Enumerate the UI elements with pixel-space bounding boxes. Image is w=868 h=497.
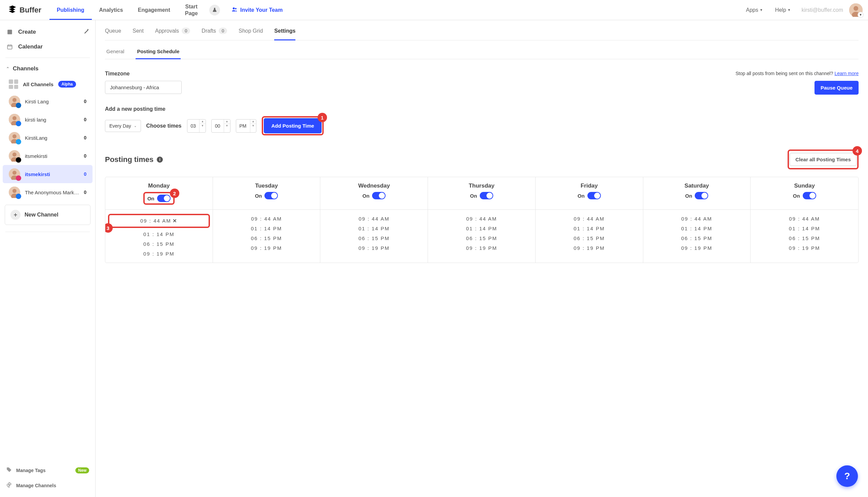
info-icon[interactable]: i (157, 157, 163, 162)
day-toggle[interactable] (587, 192, 601, 199)
time-slot[interactable]: 09 : 44 AM (538, 214, 640, 224)
down-arrow-icon[interactable]: ▼ (200, 124, 206, 128)
up-arrow-icon[interactable]: ▲ (224, 119, 230, 124)
channel-item[interactable]: Kirsti Lang 0 (3, 92, 92, 111)
time-slot[interactable]: 09 : 19 PM (538, 243, 640, 253)
tab-drafts[interactable]: Drafts0 (202, 28, 227, 40)
channel-avatar (9, 168, 20, 180)
time-slot[interactable]: 09 : 19 PM (431, 243, 533, 253)
time-slot[interactable]: 01 : 14 PM (431, 224, 533, 233)
channel-count: 0 (84, 171, 87, 177)
day-times: 09 : 44 AM01 : 14 PM06 : 15 PM09 : 19 PM (213, 210, 321, 262)
minute-input[interactable]: 00▲▼ (211, 119, 231, 133)
time-slot[interactable]: 09 : 19 PM (323, 243, 425, 253)
time-slot[interactable]: 09 : 19 PM (753, 243, 856, 253)
time-slot[interactable]: 09 : 19 PM (646, 243, 748, 253)
tab-settings[interactable]: Settings (274, 28, 295, 40)
time-slot[interactable]: 06 : 15 PM (431, 233, 533, 243)
user-avatar[interactable]: ▼ (849, 3, 863, 17)
sidebar: Create Calendar ⌃ Channels All Channels … (0, 20, 95, 497)
channel-item[interactable]: itsmekirsti 0 (3, 165, 92, 183)
nav-start-page[interactable]: Start Page (178, 0, 205, 20)
time-slot[interactable]: 06 : 15 PM (753, 233, 856, 243)
time-slot[interactable]: 09 : 44 AM (323, 214, 425, 224)
time-slot[interactable]: 06 : 15 PM (216, 233, 318, 243)
svg-point-1 (235, 8, 236, 10)
time-slot[interactable]: 06 : 15 PM (108, 239, 210, 249)
tab-sent[interactable]: Sent (133, 28, 144, 40)
brand-logo[interactable]: Buffer (8, 5, 41, 15)
channel-item[interactable]: KirstiLang 0 (3, 129, 92, 147)
time-slot[interactable]: 09 : 44 AM (646, 214, 748, 224)
team-icon (231, 6, 238, 14)
subtab-posting-schedule[interactable]: Posting Schedule (136, 45, 181, 59)
day-times: 09 : 44 AM01 : 14 PM06 : 15 PM09 : 19 PM (643, 210, 751, 262)
time-slot[interactable]: 01 : 14 PM (646, 224, 748, 233)
new-channel-button[interactable]: + New Channel (5, 205, 90, 225)
time-slot[interactable]: 09 : 44 AM (216, 214, 318, 224)
subtab-general[interactable]: General (105, 45, 126, 59)
linkedin-icon (16, 103, 21, 108)
day-toggle[interactable] (264, 192, 278, 199)
time-slot[interactable]: 06 : 15 PM (323, 233, 425, 243)
help-fab[interactable]: ? (836, 465, 858, 487)
time-slot[interactable]: 06 : 15 PM (646, 233, 748, 243)
time-slot[interactable]: 09 : 44 AM (431, 214, 533, 224)
invite-team-link[interactable]: Invite Your Team (224, 6, 289, 14)
nav-engagement[interactable]: Engagement (131, 0, 178, 20)
manage-channels[interactable]: Manage Channels (0, 478, 95, 493)
manage-tags[interactable]: Manage Tags New (0, 463, 95, 478)
tab-shop-grid[interactable]: Shop Grid (238, 28, 263, 40)
labs-icon[interactable] (209, 5, 220, 15)
day-select[interactable]: Every Day⌄ (105, 120, 141, 132)
day-toggle[interactable] (803, 192, 816, 199)
up-arrow-icon[interactable]: ▲ (200, 119, 206, 124)
channel-item[interactable]: itsmekirsti 0 (3, 147, 92, 165)
down-arrow-icon[interactable]: ▼ (224, 124, 230, 128)
chevron-down-icon: ▼ (858, 12, 863, 17)
clear-all-button[interactable]: Clear all Posting Times (790, 153, 856, 166)
nav-analytics[interactable]: Analytics (92, 0, 131, 20)
add-posting-time-button[interactable]: Add Posting Time (264, 118, 321, 133)
apps-menu[interactable]: Apps▼ (740, 7, 769, 13)
day-header: WednesdayOn (320, 177, 428, 210)
time-slot[interactable]: 09 : 19 PM (108, 249, 210, 259)
nav-publishing[interactable]: Publishing (49, 0, 92, 20)
timezone-select[interactable]: Johannesburg - Africa (105, 81, 182, 94)
tab-queue[interactable]: Queue (105, 28, 121, 40)
pause-queue-button[interactable]: Pause Queue (814, 81, 858, 95)
magic-wand-icon[interactable] (83, 28, 89, 36)
time-slot[interactable]: 06 : 15 PM (538, 233, 640, 243)
day-toggle[interactable] (372, 192, 385, 199)
channel-item[interactable]: The Anonymous Marke… 0 (3, 183, 92, 201)
time-slot[interactable]: 01 : 14 PM (108, 229, 210, 239)
help-menu[interactable]: Help▼ (769, 7, 797, 13)
time-slot[interactable]: 01 : 14 PM (538, 224, 640, 233)
day-toggle[interactable] (480, 192, 493, 199)
down-arrow-icon[interactable]: ▼ (250, 124, 256, 128)
day-toggle[interactable] (157, 195, 171, 202)
calendar-link[interactable]: Calendar (0, 39, 95, 54)
remove-time-icon[interactable]: ✕ (173, 218, 178, 224)
gear-icon (6, 482, 12, 489)
tab-approvals[interactable]: Approvals0 (155, 28, 190, 40)
ampm-input[interactable]: PM▲▼ (236, 119, 257, 133)
create-button[interactable]: Create (0, 24, 95, 39)
time-slot[interactable]: 09 : 44 AM (753, 214, 856, 224)
plus-icon: + (11, 210, 20, 220)
time-slot[interactable]: 09 : 44 AM✕ (111, 216, 207, 226)
all-channels[interactable]: All Channels Alpha (3, 76, 92, 92)
time-slot[interactable]: 01 : 14 PM (323, 224, 425, 233)
add-posting-time-label: Add a new posting time (105, 106, 858, 112)
time-slot[interactable]: 01 : 14 PM (753, 224, 856, 233)
channel-avatar (9, 114, 20, 125)
channel-item[interactable]: kirsti lang 0 (3, 111, 92, 129)
up-arrow-icon[interactable]: ▲ (250, 119, 256, 124)
time-slot[interactable]: 01 : 14 PM (216, 224, 318, 233)
learn-more-link[interactable]: Learn more (834, 71, 858, 76)
channels-toggle[interactable]: ⌃ Channels (0, 61, 95, 76)
channel-name: The Anonymous Marke… (25, 189, 79, 195)
time-slot[interactable]: 09 : 19 PM (216, 243, 318, 253)
day-toggle[interactable] (695, 192, 708, 199)
hour-input[interactable]: 03▲▼ (187, 119, 206, 133)
